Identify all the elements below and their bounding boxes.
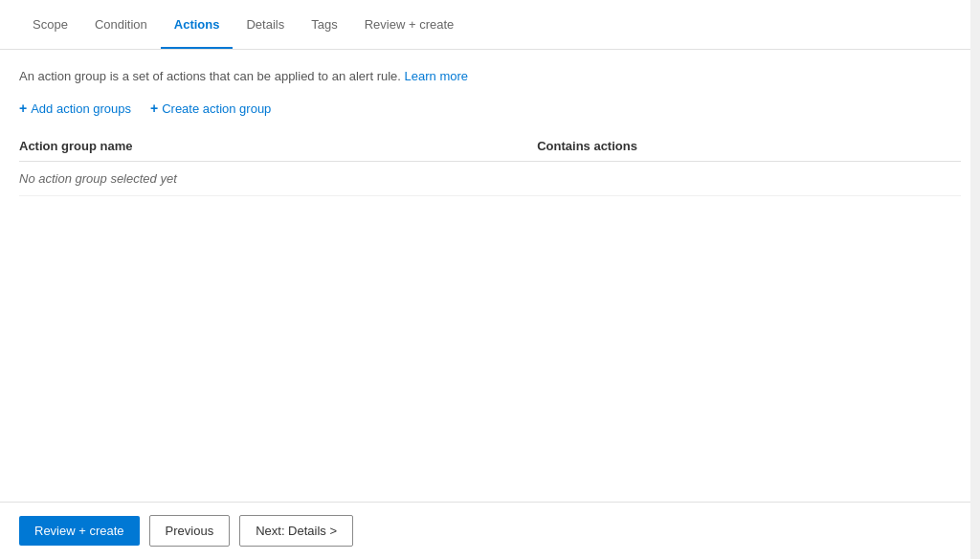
add-action-groups-button[interactable]: + Add action groups [19, 101, 131, 116]
tab-navigation: Scope Condition Actions Details Tags Rev… [0, 0, 980, 50]
description-text: An action group is a set of actions that… [19, 69, 401, 83]
tab-details[interactable]: Details [233, 2, 298, 49]
col-action-group-name: Action group name [19, 131, 537, 162]
create-action-group-icon: + [150, 101, 158, 116]
review-create-button[interactable]: Review + create [19, 516, 140, 546]
action-groups-table: Action group name Contains actions No ac… [19, 131, 961, 196]
tab-tags[interactable]: Tags [298, 2, 350, 49]
previous-button[interactable]: Previous [149, 515, 231, 547]
create-action-group-label: Create action group [162, 101, 271, 116]
page-content: An action group is a set of actions that… [0, 50, 980, 502]
add-action-groups-label: Add action groups [31, 101, 131, 116]
tab-condition[interactable]: Condition [81, 2, 161, 49]
action-buttons-row: + Add action groups + Create action grou… [19, 101, 961, 116]
next-button[interactable]: Next: Details > [239, 515, 353, 547]
empty-message: No action group selected yet [19, 162, 961, 196]
tab-scope[interactable]: Scope [19, 2, 81, 49]
footer: Review + create Previous Next: Details > [0, 502, 980, 559]
tab-actions[interactable]: Actions [161, 2, 234, 49]
col-contains-actions: Contains actions [537, 131, 961, 162]
create-action-group-button[interactable]: + Create action group [150, 101, 271, 116]
tab-review-create[interactable]: Review + create [351, 2, 468, 49]
table-empty-row: No action group selected yet [19, 162, 961, 196]
learn-more-link[interactable]: Learn more [405, 69, 468, 83]
scroll-track [970, 0, 980, 559]
description: An action group is a set of actions that… [19, 69, 961, 83]
add-action-groups-icon: + [19, 101, 27, 116]
